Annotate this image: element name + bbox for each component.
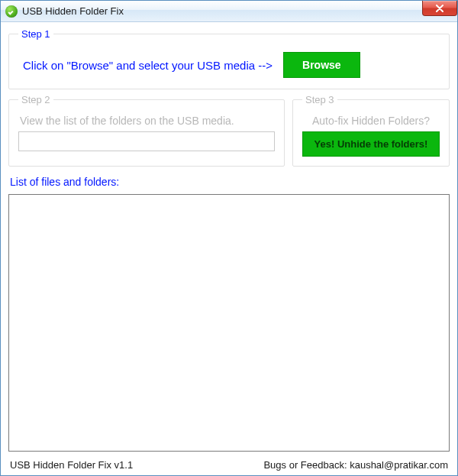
browse-button[interactable]: Browse — [283, 52, 360, 78]
step1-group: Step 1 Click on "Browse" and select your… — [8, 28, 450, 89]
app-icon — [5, 5, 18, 18]
client-area: Step 1 Click on "Browse" and select your… — [1, 22, 457, 475]
close-icon — [435, 5, 444, 12]
status-left: USB Hidden Folder Fix v1.1 — [10, 459, 133, 471]
step1-instruction: Click on "Browse" and select your USB me… — [23, 59, 273, 72]
step2-legend: Step 2 — [18, 94, 53, 105]
app-window: USB Hidden Folder Fix Step 1 Click on "B… — [0, 0, 458, 476]
step3-legend: Step 3 — [302, 94, 337, 105]
step2-group: Step 2 View the list of the folders on t… — [8, 94, 285, 167]
step3-question: Auto-fix Hidden Folders? — [302, 113, 440, 131]
step1-legend: Step 1 — [18, 28, 53, 40]
status-right: Bugs or Feedback: kaushal@pratikar.com — [263, 459, 448, 471]
close-button[interactable] — [422, 1, 457, 16]
unhide-button[interactable]: Yes! Unhide the folders! — [302, 131, 440, 157]
usb-path-input[interactable] — [18, 131, 275, 151]
step2-instruction: View the list of the folders on the USB … — [18, 113, 275, 131]
file-list-box[interactable] — [8, 194, 450, 452]
step3-group: Step 3 Auto-fix Hidden Folders? Yes! Unh… — [292, 94, 450, 167]
titlebar[interactable]: USB Hidden Folder Fix — [1, 1, 457, 22]
window-title: USB Hidden Folder Fix — [22, 5, 124, 17]
list-label: List of files and folders: — [8, 171, 450, 189]
statusbar: USB Hidden Folder Fix v1.1 Bugs or Feedb… — [8, 456, 450, 472]
